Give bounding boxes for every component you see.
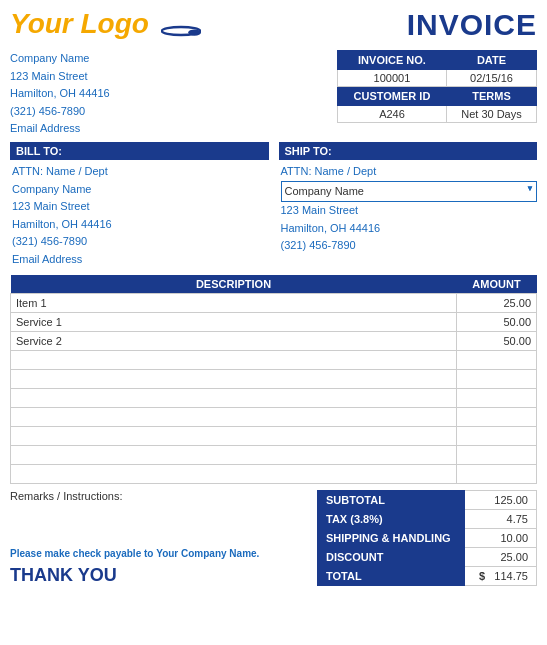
company-email: Email Address — [10, 120, 110, 138]
table-row-empty — [11, 350, 537, 369]
company-phone: (321) 456-7890 — [10, 103, 110, 121]
company-name: Company Name — [10, 50, 110, 68]
shipping-value: 10.00 — [464, 528, 536, 547]
table-row-empty — [11, 369, 537, 388]
item-desc-1: Item 1 — [11, 293, 457, 312]
footer-section: Remarks / Instructions: Please make chec… — [10, 490, 537, 586]
bill-to-block: BILL TO: ATTN: Name / Dept Company Name … — [10, 142, 269, 269]
item-desc-2: Service 1 — [11, 312, 457, 331]
ship-to-attn: ATTN: Name / Dept — [281, 163, 538, 181]
discount-value: 25.00 — [464, 547, 536, 566]
table-row-empty — [11, 445, 537, 464]
item-amount-1: 25.00 — [457, 293, 537, 312]
remarks-label: Remarks / Instructions: — [10, 490, 307, 502]
invoice-title: INVOICE — [407, 8, 537, 42]
dropdown-icon: ▼ — [526, 183, 534, 196]
totals-area: SUBTOTAL 125.00 TAX (3.8%) 4.75 SHIPPING… — [317, 490, 537, 586]
table-row-empty — [11, 407, 537, 426]
logo-label: Your Logo — [10, 8, 149, 39]
company-info: Company Name 123 Main Street Hamilton, O… — [10, 50, 110, 138]
subtotal-value: 125.00 — [464, 490, 536, 509]
logo-area: Your Logo — [10, 8, 201, 40]
ship-to-content: ATTN: Name / Dept Company Name ▼ 123 Mai… — [279, 163, 538, 255]
bill-to-email: Email Address — [12, 251, 269, 269]
ship-to-phone: (321) 456-7890 — [281, 237, 538, 255]
dollar-sign: $ — [479, 570, 485, 582]
address-section: BILL TO: ATTN: Name / Dept Company Name … — [10, 142, 537, 269]
customer-id-value: A246 — [338, 106, 447, 123]
terms-value: Net 30 Days — [446, 106, 536, 123]
table-row: Service 1 50.00 — [11, 312, 537, 331]
logo-swoosh-icon — [161, 25, 201, 37]
table-row: Item 1 25.00 — [11, 293, 537, 312]
table-row-empty — [11, 388, 537, 407]
ship-to-block: SHIP TO: ATTN: Name / Dept Company Name … — [279, 142, 538, 269]
ship-to-company-field[interactable]: Company Name ▼ — [281, 181, 538, 203]
tax-value: 4.75 — [464, 509, 536, 528]
ship-to-address: 123 Main Street — [281, 202, 538, 220]
total-amount: 114.75 — [494, 570, 528, 582]
table-row: Service 2 50.00 — [11, 331, 537, 350]
logo-text: Your Logo — [10, 8, 201, 40]
bill-to-address: 123 Main Street — [12, 198, 269, 216]
company-address: 123 Main Street — [10, 68, 110, 86]
bill-to-company: Company Name — [12, 181, 269, 199]
date-value: 02/15/16 — [446, 70, 536, 87]
item-amount-2: 50.00 — [457, 312, 537, 331]
terms-label: TERMS — [446, 87, 536, 106]
check-payable-name: Your Company Name. — [156, 548, 259, 559]
customer-id-label: CUSTOMER ID — [338, 87, 447, 106]
check-payable-prefix: Please make check payable to — [10, 548, 153, 559]
header: Your Logo INVOICE — [10, 8, 537, 42]
totals-table: SUBTOTAL 125.00 TAX (3.8%) 4.75 SHIPPING… — [317, 490, 537, 586]
table-row-empty — [11, 464, 537, 483]
company-city: Hamilton, OH 44416 — [10, 85, 110, 103]
ship-to-header: SHIP TO: — [279, 142, 538, 160]
shipping-label: SHIPPING & HANDLING — [318, 528, 465, 547]
invoice-meta: INVOICE NO. DATE 100001 02/15/16 CUSTOME… — [337, 50, 537, 138]
item-desc-3: Service 2 — [11, 331, 457, 350]
item-amount-3: 50.00 — [457, 331, 537, 350]
bill-to-phone: (321) 456-7890 — [12, 233, 269, 251]
svg-point-1 — [188, 29, 201, 35]
total-value: $ 114.75 — [464, 566, 536, 585]
amount-col-header: AMOUNT — [457, 275, 537, 294]
desc-col-header: DESCRIPTION — [11, 275, 457, 294]
thank-you-text: THANK YOU — [10, 565, 307, 586]
ship-to-company-value: Company Name — [285, 185, 364, 197]
meta-table: INVOICE NO. DATE 100001 02/15/16 CUSTOME… — [337, 50, 537, 123]
invoice-no-value: 100001 — [338, 70, 447, 87]
table-row-empty — [11, 426, 537, 445]
bill-to-attn: ATTN: Name / Dept — [12, 163, 269, 181]
bill-to-header: BILL TO: — [10, 142, 269, 160]
check-payable-text: Please make check payable to Your Compan… — [10, 540, 307, 559]
invoice-page: Your Logo INVOICE Company Name 123 Main … — [0, 0, 547, 645]
bill-to-content: ATTN: Name / Dept Company Name 123 Main … — [10, 163, 269, 269]
tax-label: TAX (3.8%) — [318, 509, 465, 528]
total-label: TOTAL — [318, 566, 465, 585]
subtotal-label: SUBTOTAL — [318, 490, 465, 509]
description-table: DESCRIPTION AMOUNT Item 1 25.00 Service … — [10, 275, 537, 484]
invoice-no-label: INVOICE NO. — [338, 51, 447, 70]
info-row: Company Name 123 Main Street Hamilton, O… — [10, 50, 537, 138]
ship-to-city: Hamilton, OH 44416 — [281, 220, 538, 238]
bill-to-city: Hamilton, OH 44416 — [12, 216, 269, 234]
discount-label: DISCOUNT — [318, 547, 465, 566]
date-label: DATE — [446, 51, 536, 70]
remarks-area: Remarks / Instructions: Please make chec… — [10, 490, 307, 586]
